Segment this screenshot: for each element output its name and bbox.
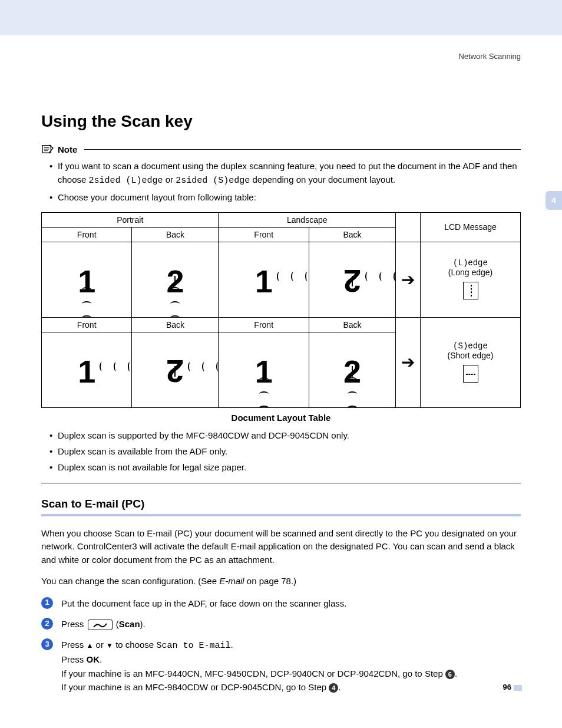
note-rule xyxy=(84,149,521,150)
step-text: Press (Scan). xyxy=(61,617,146,631)
layout-table: Portrait Landscape LCD Message Front Bac… xyxy=(41,212,521,408)
body-paragraph: When you choose Scan to E-mail (PC) your… xyxy=(41,527,521,567)
arrow-icon: ➔ xyxy=(396,317,421,407)
table-cell: 1 xyxy=(219,332,309,407)
lcd-cell: (L)edge (Long edge) xyxy=(421,242,521,317)
note-bullet: Choose your document layout from followi… xyxy=(49,190,521,204)
note-bullet: Duplex scan is supported by the MFC-9840… xyxy=(49,429,521,442)
up-arrow-icon: ▲ xyxy=(87,641,94,650)
note-bullet: Duplex scan is not available for legal s… xyxy=(49,460,521,474)
col-portrait: Portrait xyxy=(42,212,219,227)
long-edge-icon xyxy=(463,282,478,299)
table-cell: 1 xyxy=(42,332,132,407)
col-landscape: Landscape xyxy=(219,212,396,227)
table-caption: Document Layout Table xyxy=(41,413,521,423)
arrow-icon: ➔ xyxy=(396,242,421,317)
heading-underline xyxy=(41,514,521,516)
running-header: Network Scanning xyxy=(459,52,521,61)
note-end-rule xyxy=(41,483,521,483)
step-number-icon: 2 xyxy=(41,618,53,630)
step-item: 3 Press ▲ or ▼ to choose Scan to E-mail.… xyxy=(41,638,521,694)
xref-link[interactable]: E-mail xyxy=(219,576,244,586)
body-paragraph: You can change the scan configuration. (… xyxy=(41,575,521,588)
note-bullet: If you want to scan a document using the… xyxy=(49,159,521,188)
scan-key-icon xyxy=(88,620,113,630)
lcd-cell: (S)edge (Short edge) xyxy=(421,317,521,407)
table-cell: 1 xyxy=(42,242,132,317)
short-edge-icon xyxy=(463,365,478,383)
page-title: Using the Scan key xyxy=(41,112,521,131)
section-heading: Scan to E-mail (PC) xyxy=(41,498,521,510)
page-number: 96 xyxy=(503,683,522,691)
note-icon xyxy=(41,144,54,154)
down-arrow-icon: ▼ xyxy=(106,641,113,650)
top-accent-bar xyxy=(0,0,562,35)
chapter-tab: 4 xyxy=(546,191,562,210)
step-text: Put the document face up in the ADF, or … xyxy=(61,597,346,610)
note-title: Note xyxy=(58,144,77,154)
table-cell: 2 xyxy=(132,242,219,317)
table-cell: 2 xyxy=(309,242,395,317)
table-cell: 2 xyxy=(309,332,395,407)
step-ref-icon: 4 xyxy=(329,683,338,693)
step-text: Press ▲ or ▼ to choose Scan to E-mail. P… xyxy=(61,638,457,694)
step-ref-icon: 6 xyxy=(445,670,455,679)
step-item: 1 Put the document face up in the ADF, o… xyxy=(41,597,521,610)
note-block: Note If you want to scan a document usin… xyxy=(41,144,521,483)
table-cell: 2 xyxy=(132,332,219,407)
step-item: 2 Press (Scan). xyxy=(41,617,521,631)
col-lcd: LCD Message xyxy=(421,212,521,242)
note-bullet: Duplex scan is available from the ADF on… xyxy=(49,444,521,458)
step-number-icon: 3 xyxy=(41,638,53,650)
table-cell: 1 xyxy=(219,242,309,317)
step-number-icon: 1 xyxy=(41,597,53,609)
